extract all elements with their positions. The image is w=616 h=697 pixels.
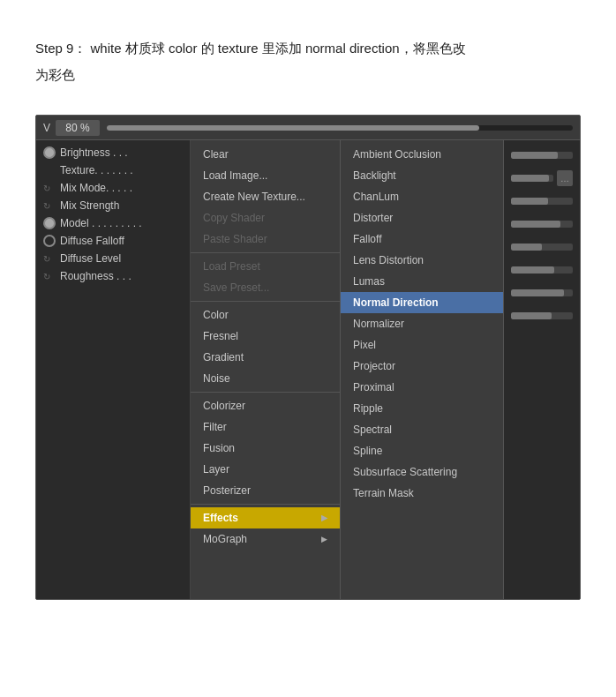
slider-row	[511, 214, 573, 234]
slider-track[interactable]	[511, 175, 553, 182]
submenu-item-spectral[interactable]: Spectral	[341, 419, 503, 440]
slider-row	[511, 146, 573, 165]
bullet-filled-icon	[43, 146, 56, 159]
main-area: Brightness . . .Texture. . . . . . .↻Mix…	[36, 140, 580, 599]
left-panel-item: ↻Mix Mode. . . . .	[36, 179, 190, 197]
menu-item-save-preset...: Save Preset...	[191, 277, 340, 298]
left-item-label: Brightness . . .	[60, 146, 128, 159]
slider-button[interactable]: …	[557, 170, 573, 186]
submenu-item-normal-direction[interactable]: Normal Direction	[341, 292, 503, 313]
right-panel: …	[504, 140, 580, 599]
slider-fill	[511, 175, 549, 182]
submenu-item-lens-distortion[interactable]: Lens Distortion	[341, 250, 503, 271]
left-panel-item: Texture. . . . . . .	[36, 161, 190, 179]
menu-separator	[191, 252, 340, 253]
menu-item-filter[interactable]: Filter	[191, 416, 340, 438]
menu-item-load-image...[interactable]: Load Image...	[191, 165, 340, 186]
slider-track[interactable]	[511, 221, 573, 228]
top-bar-label: V	[43, 122, 50, 134]
menu-item-fusion[interactable]: Fusion	[191, 438, 340, 459]
slider-row	[511, 283, 573, 303]
context-menu-col1: ClearLoad Image...Create New Texture...C…	[191, 140, 341, 599]
left-item-label: Diffuse Level	[60, 252, 121, 265]
menu-item-copy-shader: Copy Shader	[191, 207, 340, 229]
left-panel-item: ↻Diffuse Level	[36, 250, 190, 267]
menu-separator	[191, 301, 340, 302]
slider-fill	[511, 266, 554, 274]
slider-fill	[511, 312, 552, 319]
slider-track[interactable]	[511, 289, 573, 296]
context-menu-col2: Ambient OcclusionBacklightChanLumDistort…	[341, 140, 504, 599]
submenu-item-subsurface-scattering[interactable]: Subsurface Scattering	[341, 461, 503, 483]
submenu-item-ambient-occlusion[interactable]: Ambient Occlusion	[341, 144, 503, 165]
slider-track[interactable]	[511, 312, 573, 319]
menu-item-paste-shader: Paste Shader	[191, 229, 340, 250]
submenu-item-pixel[interactable]: Pixel	[341, 334, 503, 356]
submenu-item-falloff[interactable]: Falloff	[341, 229, 503, 250]
slider-track[interactable]	[511, 266, 573, 274]
slider-fill	[511, 289, 564, 296]
menu-separator	[191, 392, 340, 393]
submenu-item-terrain-mask[interactable]: Terrain Mask	[341, 483, 503, 504]
top-bar-slider-fill	[107, 125, 479, 131]
slider-track[interactable]	[511, 152, 573, 159]
left-panel-item: Brightness . . .	[36, 144, 190, 161]
slider-fill	[511, 244, 542, 251]
dash-icon: ↻	[43, 201, 56, 211]
slider-row	[511, 191, 573, 211]
top-bar-value[interactable]: 80 %	[56, 120, 100, 136]
dash-icon: ↻	[43, 254, 56, 264]
menu-separator	[191, 504, 340, 505]
left-item-label: Texture. . . . . . .	[60, 164, 133, 176]
top-bar-slider[interactable]	[107, 125, 573, 131]
left-panel-item: ↻Mix Strength	[36, 197, 190, 214]
slider-row: …	[511, 169, 573, 188]
menu-item-effects[interactable]: Effects	[191, 507, 340, 528]
submenu-item-normalizer[interactable]: Normalizer	[341, 313, 503, 334]
submenu-item-ripple[interactable]: Ripple	[341, 398, 503, 419]
slider-row	[511, 260, 573, 280]
slider-row	[511, 237, 573, 257]
top-bar: V 80 %	[36, 116, 580, 140]
instruction-line1: Step 9： white 材质球 color 的 texture 里添加 no…	[35, 35, 581, 62]
menu-item-clear[interactable]: Clear	[191, 144, 340, 165]
slider-track[interactable]	[511, 244, 573, 251]
menu-item-colorizer[interactable]: Colorizer	[191, 395, 340, 416]
left-item-label: Model . . . . . . . . .	[60, 217, 142, 229]
submenu-item-proximal[interactable]: Proximal	[341, 377, 503, 398]
menu-item-noise[interactable]: Noise	[191, 368, 340, 389]
slider-fill	[511, 198, 548, 205]
dash-icon: ↻	[43, 184, 56, 193]
ui-screenshot: V 80 % Brightness . . .Texture. . . . . …	[35, 115, 581, 600]
left-panel-item: Model . . . . . . . . .	[36, 214, 190, 232]
slider-fill	[511, 152, 558, 159]
menu-item-mograph[interactable]: MoGraph	[191, 528, 340, 550]
slider-fill	[511, 221, 560, 228]
menu-item-create-new-texture...[interactable]: Create New Texture...	[191, 186, 340, 207]
menu-item-gradient[interactable]: Gradient	[191, 347, 340, 368]
left-panel-item: Diffuse Falloff	[36, 232, 190, 250]
menu-item-fresnel[interactable]: Fresnel	[191, 326, 340, 347]
bullet-icon	[43, 235, 56, 247]
left-item-label: Mix Mode. . . . .	[60, 182, 132, 194]
submenu-item-projector[interactable]: Projector	[341, 356, 503, 377]
submenu-item-spline[interactable]: Spline	[341, 440, 503, 461]
submenu-item-lumas[interactable]: Lumas	[341, 271, 503, 292]
left-item-label: Roughness . . .	[60, 270, 131, 282]
menu-item-load-preset: Load Preset	[191, 256, 340, 277]
submenu-item-backlight[interactable]: Backlight	[341, 165, 503, 186]
menu-item-color[interactable]: Color	[191, 304, 340, 326]
slider-row	[511, 306, 573, 326]
menu-item-posterizer[interactable]: Posterizer	[191, 480, 340, 501]
instruction-block: Step 9： white 材质球 color 的 texture 里添加 no…	[0, 0, 616, 106]
left-item-label: Diffuse Falloff	[60, 235, 124, 247]
slider-track[interactable]	[511, 198, 573, 205]
left-panel: Brightness . . .Texture. . . . . . .↻Mix…	[36, 140, 191, 599]
bullet-filled-icon	[43, 217, 56, 229]
dash-icon: ↻	[43, 272, 56, 281]
submenu-item-chanlum[interactable]: ChanLum	[341, 186, 503, 207]
submenu-item-distorter[interactable]: Distorter	[341, 207, 503, 229]
left-panel-item: ↻Roughness . . .	[36, 267, 190, 285]
menu-item-layer[interactable]: Layer	[191, 459, 340, 480]
left-item-label: Mix Strength	[60, 199, 119, 212]
